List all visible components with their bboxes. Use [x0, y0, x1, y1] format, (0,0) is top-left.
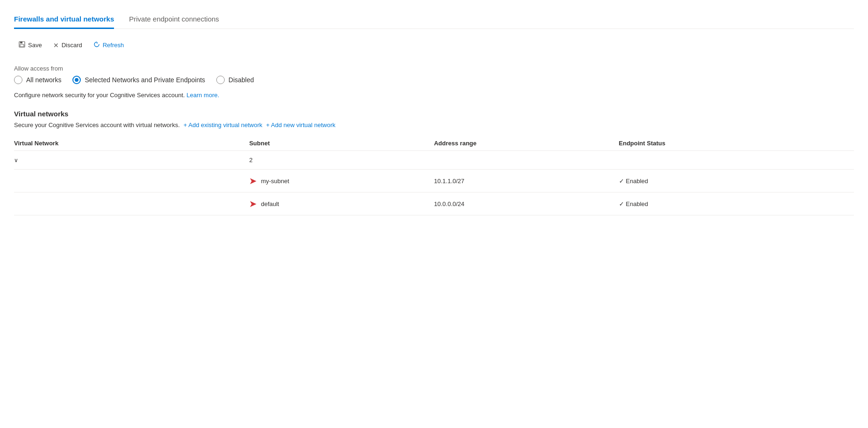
discard-icon: ✕ — [53, 42, 59, 49]
col-header-status: Endpoint Status — [619, 136, 854, 151]
virtual-networks-section: Virtual networks Secure your Cognitive S… — [14, 110, 854, 215]
col-header-vnet: Virtual Network — [14, 136, 249, 151]
virtual-networks-subtitle: Secure your Cognitive Services account w… — [14, 121, 180, 128]
row1-status-text: Enabled — [626, 178, 648, 185]
virtual-networks-table: Virtual Network Subnet Address range End… — [14, 136, 854, 215]
table-row: ➤ default 10.0.0.0/24 ✓ Enabled — [14, 193, 854, 215]
row2-subnet-name: default — [261, 200, 279, 207]
radio-disabled-indicator — [216, 76, 225, 84]
tab-firewalls[interactable]: Firewalls and virtual networks — [14, 9, 114, 29]
row1-vnet-cell — [14, 170, 249, 193]
group-collapse-cell: ∨ — [14, 151, 249, 170]
virtual-networks-title: Virtual networks — [14, 110, 854, 118]
row2-vnet-cell — [14, 193, 249, 215]
radio-all-networks-label: All networks — [26, 76, 61, 84]
group-subnet-count-cell: 2 — [249, 151, 434, 170]
radio-disabled-label: Disabled — [228, 76, 254, 84]
col-header-subnet: Subnet — [249, 136, 434, 151]
row2-status-cell: ✓ Enabled — [619, 193, 854, 215]
access-description: Configure network security for your Cogn… — [14, 92, 854, 99]
radio-all-networks-indicator — [14, 76, 22, 84]
add-existing-vnet-link[interactable]: + Add existing virtual network — [184, 121, 263, 128]
row1-arrow-icon: ➤ — [249, 175, 257, 186]
row1-subnet-name: my-subnet — [261, 178, 289, 185]
row2-arrow-icon: ➤ — [249, 198, 257, 209]
refresh-icon — [93, 41, 100, 49]
svg-rect-1 — [20, 42, 22, 43]
table-group-row: ∨ 2 — [14, 151, 854, 170]
radio-selected-networks-indicator — [72, 76, 81, 84]
table-header: Virtual Network Subnet Address range End… — [14, 136, 854, 151]
row1-status-cell: ✓ Enabled — [619, 170, 854, 193]
allow-access-section: Allow access from All networks Selected … — [14, 65, 854, 99]
radio-selected-networks-label: Selected Networks and Private Endpoints — [85, 76, 205, 84]
row2-check-icon: ✓ — [619, 200, 624, 207]
radio-selected-networks[interactable]: Selected Networks and Private Endpoints — [72, 76, 205, 84]
toolbar: Save ✕ Discard Refresh — [14, 38, 854, 52]
row1-check-icon: ✓ — [619, 178, 624, 185]
access-radio-group: All networks Selected Networks and Priva… — [14, 76, 854, 84]
group-addr-cell — [434, 151, 619, 170]
radio-all-networks[interactable]: All networks — [14, 76, 61, 84]
row2-subnet-cell: ➤ default — [249, 193, 434, 215]
radio-disabled[interactable]: Disabled — [216, 76, 254, 84]
virtual-networks-subheader: Secure your Cognitive Services account w… — [14, 121, 854, 128]
allow-access-label: Allow access from — [14, 65, 854, 72]
save-icon — [19, 41, 25, 49]
add-new-vnet-link[interactable]: + Add new virtual network — [266, 121, 336, 128]
row1-subnet-cell: ➤ my-subnet — [249, 170, 434, 193]
table-body: ∨ 2 ➤ my-subnet 10.1.1.0/27 — [14, 151, 854, 215]
tab-private-endpoint[interactable]: Private endpoint connections — [129, 9, 219, 29]
learn-more-link[interactable]: Learn more. — [186, 92, 219, 99]
tabs-bar: Firewalls and virtual networks Private e… — [14, 9, 854, 29]
row1-addr-cell: 10.1.1.0/27 — [434, 170, 619, 193]
table-row: ➤ my-subnet 10.1.1.0/27 ✓ Enabled — [14, 170, 854, 193]
save-button[interactable]: Save — [14, 38, 47, 52]
row2-status-text: Enabled — [626, 200, 648, 207]
refresh-button[interactable]: Refresh — [89, 38, 129, 52]
row2-addr-cell: 10.0.0.0/24 — [434, 193, 619, 215]
discard-button[interactable]: ✕ Discard — [49, 39, 87, 52]
group-status-cell — [619, 151, 854, 170]
collapse-chevron-icon[interactable]: ∨ — [14, 157, 18, 164]
radio-selected-dot — [75, 78, 78, 82]
col-header-addr: Address range — [434, 136, 619, 151]
svg-rect-2 — [20, 44, 24, 47]
